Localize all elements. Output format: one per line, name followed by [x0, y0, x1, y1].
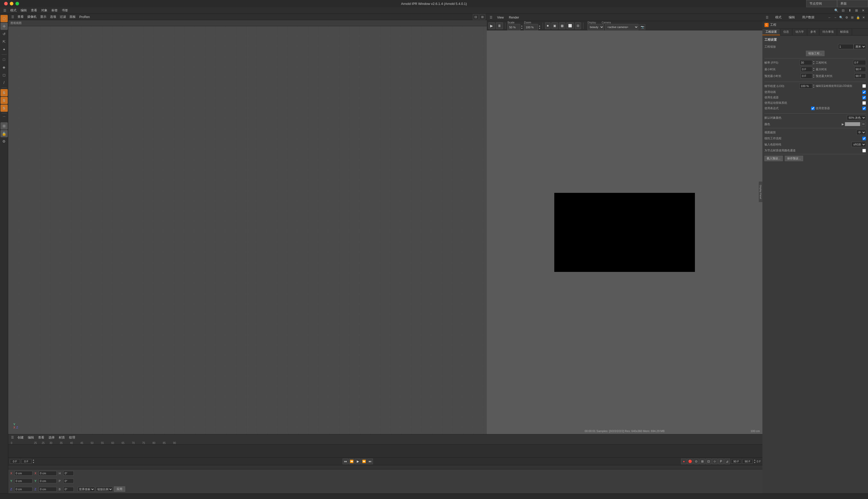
right-lock-icon[interactable]: 🔒: [856, 15, 860, 20]
fps-stepper[interactable]: ▲ ▼: [813, 60, 815, 65]
ipr-view-menu[interactable]: View: [496, 15, 505, 20]
scale-unit-select[interactable]: 厘米: [854, 44, 866, 49]
node-space-selector[interactable]: 节点空间: [806, 0, 837, 7]
use-animation-checkbox[interactable]: [862, 90, 866, 94]
timeline-edit[interactable]: 编辑: [26, 435, 36, 440]
save-preset-btn[interactable]: 保存预设...: [785, 156, 803, 161]
edit-mode-btn[interactable]: ◈: [1, 64, 8, 71]
img-btn-5[interactable]: ⊟: [575, 22, 581, 29]
cube-btn[interactable]: ⬡: [1, 15, 8, 22]
timeline-view[interactable]: 查看: [37, 435, 46, 440]
camera-snapshot-btn[interactable]: 📷: [640, 24, 645, 30]
load-preset-btn[interactable]: 载入预设...: [764, 156, 783, 161]
img-btn-2[interactable]: ▣: [552, 22, 558, 29]
s-btn-1[interactable]: S: [1, 89, 8, 96]
lod-stepper[interactable]: ▲ ▼: [813, 84, 815, 88]
ipr-hamburger[interactable]: ☰: [489, 15, 494, 20]
menu-icon[interactable]: ☰: [2, 8, 8, 13]
use-expr-checkbox[interactable]: [811, 107, 815, 110]
z-input[interactable]: [14, 487, 33, 491]
use-color-channel-checkbox[interactable]: [862, 149, 866, 153]
camera-select[interactable]: <active camera>: [605, 24, 639, 30]
img-btn-4[interactable]: ⬜: [566, 22, 574, 29]
scale-btn[interactable]: ⇱: [1, 38, 8, 45]
apply-btn[interactable]: 应用: [114, 486, 125, 492]
preview-min-stepper[interactable]: ▲ ▼: [813, 74, 815, 78]
right-back-icon[interactable]: ←: [827, 15, 832, 20]
preview-end-input[interactable]: [742, 459, 752, 464]
start-frame-input[interactable]: [10, 459, 20, 464]
p-input[interactable]: [63, 479, 74, 483]
preview-start-input[interactable]: [731, 459, 741, 464]
viewport-camera[interactable]: 摄像机: [26, 14, 38, 20]
menu-view[interactable]: 查看: [29, 8, 39, 13]
viewport-layout-icon[interactable]: ⊟: [473, 14, 479, 20]
menu-mode[interactable]: 模式: [9, 8, 18, 13]
key-mode-btn[interactable]: ⊞: [700, 459, 705, 464]
viewport-display[interactable]: 显示: [39, 14, 48, 20]
preview-max-input[interactable]: [854, 73, 866, 78]
world-coord-select[interactable]: 世界坐标: [78, 487, 95, 491]
key-layer-btn[interactable]: ⊡: [706, 459, 711, 464]
b-input[interactable]: [63, 487, 74, 491]
tab-dynamics[interactable]: 动力学: [792, 29, 807, 35]
right-hamburger[interactable]: ☰: [764, 15, 770, 20]
x2-input[interactable]: [39, 471, 57, 476]
lod-render-checkbox[interactable]: [862, 84, 866, 88]
step-forward-btn[interactable]: ⏩: [361, 459, 367, 464]
ipr-play-btn[interactable]: ▶: [489, 22, 495, 29]
y2-input[interactable]: [39, 479, 57, 483]
maximize-button[interactable]: [15, 2, 19, 5]
right-expand-icon[interactable]: ⊞: [850, 15, 855, 20]
close-button[interactable]: [4, 2, 8, 5]
goto-end-btn[interactable]: ⏭: [367, 459, 373, 464]
tab-todo[interactable]: 待办事项: [819, 29, 837, 35]
menu-object[interactable]: 对象: [40, 8, 49, 13]
duration-input[interactable]: [853, 60, 866, 65]
img-btn-1[interactable]: ■: [545, 22, 551, 29]
lock-btn[interactable]: 🔒: [1, 130, 8, 137]
max-time-input[interactable]: [854, 67, 866, 72]
current-frame-input[interactable]: [21, 459, 32, 464]
right-forward-icon[interactable]: →: [833, 15, 837, 20]
view-clip-select[interactable]: 中: [856, 130, 866, 135]
right-user-data[interactable]: 用户数据: [800, 15, 816, 20]
end-frame-stepper[interactable]: ▲ ▼: [754, 459, 756, 464]
min-time-stepper[interactable]: ▲ ▼: [813, 67, 815, 72]
auto-key-btn[interactable]: 🔴: [687, 459, 693, 464]
timeline-material[interactable]: 材质: [57, 435, 67, 440]
record-btn[interactable]: ●: [681, 459, 687, 464]
menu-bookmarks[interactable]: 书签: [60, 8, 70, 13]
viewport-panel[interactable]: 面板: [68, 14, 77, 20]
timeline-hamburger[interactable]: ☰: [10, 435, 15, 440]
ipr-pause-btn[interactable]: ⏸: [496, 22, 503, 29]
filter-icon[interactable]: ⊟: [840, 8, 846, 13]
polygon-btn[interactable]: ◻: [1, 71, 8, 78]
fps-input[interactable]: [799, 60, 812, 65]
color-picker-icon[interactable]: ✏: [861, 122, 866, 126]
lod-input[interactable]: [799, 83, 812, 88]
viewport-view[interactable]: 查看: [16, 14, 25, 20]
use-generator-checkbox[interactable]: [862, 96, 866, 99]
default-color-select[interactable]: 60% 灰色: [847, 115, 866, 120]
right-gear-icon[interactable]: ⚙: [844, 15, 849, 20]
key-settings-btn[interactable]: ⊿: [724, 459, 730, 464]
display-select[interactable]: beauty: [588, 24, 604, 30]
expand-icon[interactable]: ⬆: [847, 8, 853, 13]
tab-project-settings[interactable]: 工程设置: [762, 29, 780, 35]
minimize-button[interactable]: [10, 2, 13, 5]
zoom-input[interactable]: 100 %: [524, 24, 538, 31]
timeline-select[interactable]: 选择: [47, 435, 56, 440]
tab-info[interactable]: 信息: [780, 29, 792, 35]
interface-selector[interactable]: 界面: [837, 0, 868, 7]
close-right-icon[interactable]: ✕: [860, 8, 866, 13]
viewport-proren[interactable]: ProRen: [78, 15, 92, 19]
play-btn[interactable]: ▶: [355, 459, 361, 464]
key-btn[interactable]: ⊙: [694, 459, 699, 464]
timeline-create[interactable]: 创建: [16, 435, 25, 440]
goto-start-btn[interactable]: ⏮: [342, 459, 348, 464]
y-input[interactable]: [14, 479, 33, 483]
transform-btn[interactable]: ✦: [1, 46, 8, 53]
viewport-expand-icon[interactable]: ⊞: [480, 14, 485, 20]
scale-input[interactable]: [838, 44, 854, 49]
